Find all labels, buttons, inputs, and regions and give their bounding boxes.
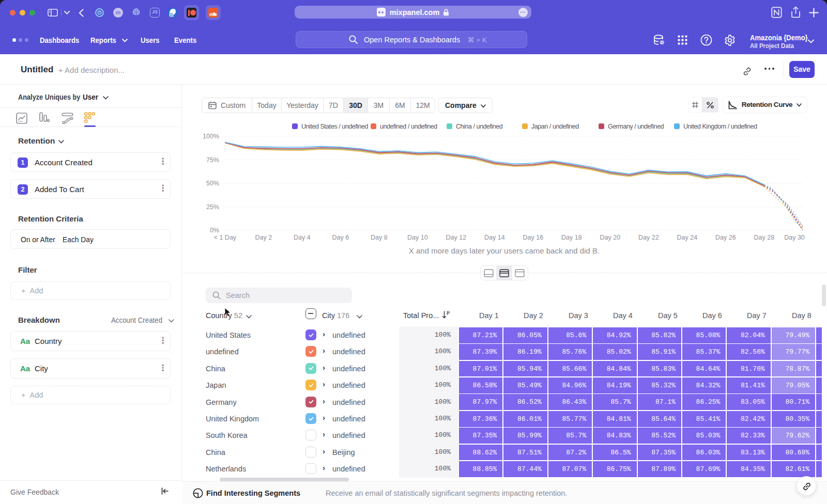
svg-text:Day 12: Day 12 xyxy=(446,234,467,241)
svg-text:Day 4: Day 4 xyxy=(294,234,311,241)
svg-text:75%: 75% xyxy=(206,156,219,164)
svg-text:100%: 100% xyxy=(203,133,219,140)
svg-text:Day 10: Day 10 xyxy=(407,234,428,241)
svg-text:Day 28: Day 28 xyxy=(754,234,775,241)
svg-text:Day 16: Day 16 xyxy=(523,234,544,241)
svg-text:< 1 Day: < 1 Day xyxy=(214,234,237,241)
svg-text:0%: 0% xyxy=(210,227,219,234)
svg-text:Day 26: Day 26 xyxy=(715,234,736,241)
svg-text:Day 20: Day 20 xyxy=(600,234,621,241)
svg-text:25%: 25% xyxy=(206,203,219,211)
svg-text:Day 18: Day 18 xyxy=(561,234,582,241)
svg-text:Day 22: Day 22 xyxy=(638,234,659,241)
svg-text:Day 24: Day 24 xyxy=(677,234,698,241)
svg-text:Day 2: Day 2 xyxy=(255,234,272,241)
svg-text:Day 30: Day 30 xyxy=(784,234,805,241)
svg-text:Day 8: Day 8 xyxy=(371,234,388,241)
svg-text:Day 6: Day 6 xyxy=(332,234,349,241)
svg-text:50%: 50% xyxy=(206,180,219,187)
svg-text:Day 14: Day 14 xyxy=(484,234,505,241)
